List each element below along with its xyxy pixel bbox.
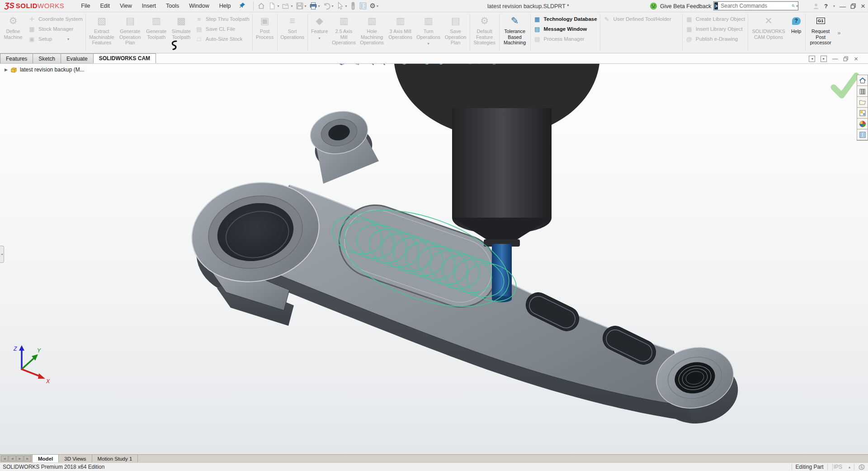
mill-25axis-operations-button[interactable]: ▥2.5 Axis Mill Operations xyxy=(330,12,358,53)
turn-dropdown-caret[interactable]: ▾ xyxy=(428,41,429,47)
setup-dropdown-caret[interactable]: ▾ xyxy=(67,37,69,41)
search-icon[interactable] xyxy=(792,2,795,10)
apply-scene-icon[interactable] xyxy=(464,64,474,67)
menu-edit[interactable]: Edit xyxy=(96,1,114,11)
tab-3d-views[interactable]: 3D Views xyxy=(59,455,92,462)
previous-view-icon[interactable] xyxy=(388,64,398,67)
ribbon-overflow-chevron[interactable]: » xyxy=(835,29,843,36)
selection-filter-icon[interactable]: ▾ xyxy=(351,64,364,67)
select-button[interactable]: ▾ xyxy=(335,1,348,11)
options-button[interactable]: ⚙▾ xyxy=(369,1,379,11)
open-document-button[interactable]: ▾ xyxy=(281,1,293,11)
tab-evaluate[interactable]: Evaluate xyxy=(61,53,94,63)
orbit-icon[interactable]: ▾ xyxy=(337,64,350,67)
prev-document-button[interactable]: ◂ xyxy=(809,56,815,62)
search-commands-box[interactable]: > ▾ xyxy=(713,1,798,10)
feature-dropdown-caret[interactable]: ▾ xyxy=(319,36,321,42)
doc-restore-button[interactable] xyxy=(843,56,849,62)
tab-scroll-prev[interactable]: ◀ xyxy=(9,456,16,461)
tab-solidworks-cam[interactable]: SOLIDWORKS CAM xyxy=(93,53,156,63)
user-defined-tool-holder-button[interactable]: ✎User Defined Tool/Holder xyxy=(603,15,679,23)
model-scene[interactable]: Z Y X xyxy=(0,64,868,454)
hide-show-items-icon[interactable]: ▾ xyxy=(450,64,462,67)
tab-scroll-first[interactable]: ◀ xyxy=(1,456,8,461)
units-dropdown-caret[interactable]: ▴ xyxy=(849,465,850,469)
insert-library-object-button[interactable]: ▦Insert Library Object xyxy=(685,25,745,33)
next-document-button[interactable]: ▸ xyxy=(821,56,827,62)
cam-options-button[interactable]: ✕SOLIDWORKS CAM Options xyxy=(749,12,788,53)
technology-database-button[interactable]: ▦Technology Database xyxy=(533,15,597,23)
request-post-processor-button[interactable]: G1Request Post processor xyxy=(807,12,835,53)
generate-operation-plan-button[interactable]: ▤Generate Operation Plan xyxy=(117,12,144,53)
post-process-button[interactable]: ▣Post Process xyxy=(254,12,276,53)
hole-machining-operations-button[interactable]: ▥Hole Machining Operations xyxy=(358,12,387,53)
file-properties-button[interactable] xyxy=(358,1,368,11)
help-ribbon-button[interactable]: ?Help xyxy=(788,12,804,53)
annotations-icon[interactable]: A xyxy=(410,64,420,67)
pin-menu-icon[interactable] xyxy=(239,2,246,10)
stock-manager-button[interactable]: ▦Stock Manager xyxy=(28,25,83,33)
menu-file[interactable]: File xyxy=(77,1,94,11)
login-user-icon[interactable] xyxy=(812,3,820,10)
generate-toolpath-button[interactable]: ▥Generate Toolpath xyxy=(144,12,169,53)
undo-button[interactable]: ▾ xyxy=(322,1,335,11)
save-cl-file-button[interactable]: ▤Save CL File xyxy=(195,25,250,33)
camera-view-icon[interactable]: ▾ xyxy=(489,64,502,67)
view-orientation-icon[interactable]: ▾ xyxy=(436,64,448,67)
help-button[interactable]: ? xyxy=(824,3,828,10)
design-library-tab-icon[interactable] xyxy=(857,97,868,108)
search-dropdown-caret[interactable]: ▾ xyxy=(796,4,798,8)
new-document-button[interactable]: ▾ xyxy=(267,1,280,11)
restore-button[interactable] xyxy=(850,3,856,9)
doc-close-button[interactable]: × xyxy=(854,55,858,62)
menu-view[interactable]: View xyxy=(116,1,136,11)
edit-appearance-icon[interactable]: ▾ xyxy=(422,64,434,67)
search-commands-input[interactable] xyxy=(720,2,792,10)
publish-edrawing-button[interactable]: @Publish e-Drawing xyxy=(685,35,745,43)
doc-minimize-button[interactable]: — xyxy=(832,56,838,62)
tab-scroll-last[interactable]: ▶ xyxy=(24,456,31,461)
resources-tab-icon[interactable] xyxy=(857,86,868,97)
close-button[interactable]: × xyxy=(861,2,865,11)
tree-expand-icon[interactable]: ▶ xyxy=(5,67,8,72)
feature-button[interactable]: ◆Feature▾ xyxy=(309,12,330,53)
tab-motion-study[interactable]: Motion Study 1 xyxy=(92,455,138,462)
tab-model[interactable]: Model xyxy=(32,455,59,462)
feature-tree-root[interactable]: ▶ latest revision backup (M... xyxy=(5,67,85,73)
tab-features[interactable]: Features xyxy=(0,53,33,63)
menu-help[interactable]: Help xyxy=(215,1,235,11)
zoom-fit-icon[interactable] xyxy=(365,64,375,67)
help-dropdown-caret[interactable]: ▾ xyxy=(833,4,835,8)
zoom-area-icon[interactable] xyxy=(377,64,387,67)
view-settings-icon[interactable]: ▾ xyxy=(475,64,488,67)
graphics-area[interactable]: Z Y X ▶ latest revision backup (M... ▾ ▾… xyxy=(0,64,868,454)
mill-3axis-operations-button[interactable]: ▥3 Axis Mill Operations xyxy=(387,12,415,53)
beta-feedback-button[interactable]: Give Beta Feedback xyxy=(650,0,711,12)
custom-properties-tab-icon[interactable] xyxy=(857,129,868,140)
create-library-object-button[interactable]: ▦Create Library Object xyxy=(685,15,745,23)
tolerance-based-machining-button[interactable]: ✎Tolerance Based Machining xyxy=(500,12,529,53)
minimize-button[interactable]: — xyxy=(840,3,846,10)
view-palette-tab-icon[interactable] xyxy=(857,108,868,119)
tab-sketch[interactable]: Sketch xyxy=(33,53,61,63)
home-button[interactable] xyxy=(256,1,266,11)
tab-scroll-next[interactable]: ▶ xyxy=(16,456,24,461)
section-view-icon[interactable] xyxy=(399,64,409,67)
panel-splitter-handle[interactable]: ◂ xyxy=(0,246,4,263)
print-button[interactable]: ▾ xyxy=(308,1,321,11)
menu-insert[interactable]: Insert xyxy=(138,1,160,11)
define-machine-button[interactable]: ⚙ Define Machine xyxy=(0,12,26,53)
coordinate-system-button[interactable]: ✛Coordinate System xyxy=(28,15,83,23)
menu-tools[interactable]: Tools xyxy=(162,1,183,11)
setup-button[interactable]: ▣Setup▾ xyxy=(28,35,83,43)
confirmation-check-icon[interactable] xyxy=(834,76,856,95)
save-button[interactable]: ▾ xyxy=(295,1,307,11)
appearances-tab-icon[interactable] xyxy=(857,119,868,129)
unit-system-label[interactable]: IPS xyxy=(834,464,842,470)
process-manager-button[interactable]: ▤Process Manager xyxy=(533,35,597,43)
turn-operations-button[interactable]: ▥Turn Operations▾ xyxy=(415,12,443,53)
tag-globe-icon[interactable] xyxy=(858,464,865,471)
sort-operations-button[interactable]: ≡Sort Operations xyxy=(278,12,307,53)
default-feature-strategies-button[interactable]: ⚙Default Feature Strategies xyxy=(471,12,498,53)
step-thru-toolpath-button[interactable]: ≡Step Thru Toolpath xyxy=(195,15,250,23)
